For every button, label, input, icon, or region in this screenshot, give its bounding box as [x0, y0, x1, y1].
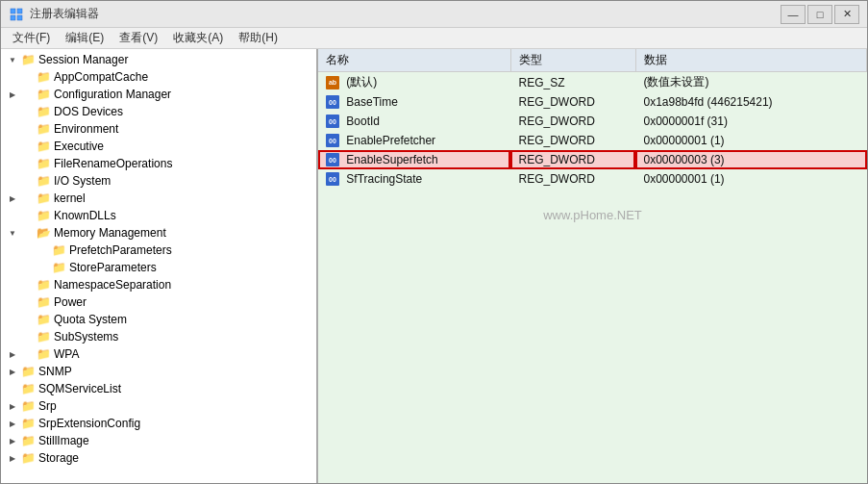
title-bar: 注册表编辑器 — □ ✕ [1, 1, 867, 28]
folder-icon: 📁 [51, 242, 66, 258]
tree-label-namespace: NamespaceSeparation [54, 278, 171, 292]
svg-rect-0 [11, 9, 15, 13]
app-icon [9, 7, 24, 22]
table-row[interactable]: ab (默认) REG_SZ (数值未设置) [318, 72, 867, 93]
tree-toggle-memory[interactable]: ▼ [5, 225, 20, 241]
col-data: 数据 [635, 49, 867, 72]
tree-item-storage[interactable]: ▶ 📁 Storage [1, 449, 316, 467]
folder-icon: 📁 [20, 433, 36, 448]
tree-label-srpextension: SrpExtensionConfig [38, 417, 140, 430]
tree-toggle-stillimage[interactable]: ▶ [5, 433, 20, 448]
tree-item-wpa[interactable]: ▶ 📁 WPA [1, 345, 316, 363]
minimize-button[interactable]: — [781, 5, 806, 24]
folder-icon: 📁 [36, 156, 51, 171]
reg-type: REG_DWORD [510, 112, 635, 131]
table-row-selected[interactable]: 00 EnableSuperfetch REG_DWORD 0x00000003… [318, 150, 867, 169]
tree-item-store-parameters[interactable]: ▶ 📁 StoreParameters [1, 259, 316, 276]
tree-item-power[interactable]: ▶ 📁 Power [1, 293, 316, 311]
tree-item-knowndlls[interactable]: ▶ 📁 KnownDLLs [1, 207, 316, 224]
folder-icon: 📁 [36, 329, 51, 344]
tree-label-srp: Srp [38, 399, 57, 413]
detail-panel[interactable]: 名称 类型 数据 ab (默认) REG_SZ (数值未设置) [318, 49, 867, 483]
tree-item-prefetch-params[interactable]: ▶ 📁 PrefetchParameters [1, 242, 316, 259]
registry-editor-window: 注册表编辑器 — □ ✕ 文件(F) 编辑(E) 查看(V) 收藏夹(A) 帮助… [0, 0, 868, 484]
tree-toggle-wpa[interactable]: ▶ [5, 346, 20, 362]
tree-label-power: Power [54, 295, 87, 309]
reg-name: SfTracingState [346, 172, 422, 186]
menu-help[interactable]: 帮助(H) [231, 28, 285, 48]
tree-label-storage: Storage [38, 451, 79, 465]
folder-icon: 📁 [36, 191, 51, 206]
reg-type: REG_DWORD [510, 131, 635, 150]
col-type: 类型 [510, 49, 635, 72]
tree-item-dos-devices[interactable]: ▶ 📁 DOS Devices [1, 103, 316, 120]
table-row[interactable]: 00 SfTracingState REG_DWORD 0x00000001 (… [318, 169, 867, 189]
tree-item-snmp[interactable]: ▶ 📁 SNMP [1, 363, 316, 380]
tree-toggle-config[interactable]: ▶ [5, 87, 20, 102]
reg-type: REG_DWORD [510, 150, 635, 169]
tree-item-filerename[interactable]: ▶ 📁 FileRenameOperations [1, 155, 316, 172]
reg-type: REG_SZ [510, 72, 635, 93]
folder-icon: 📁 [20, 381, 36, 396]
tree-item-srp[interactable]: ▶ 📁 Srp [1, 397, 316, 415]
tree-item-executive[interactable]: ▶ 📁 Executive [1, 138, 316, 155]
tree-item-appcompat-cache[interactable]: ▶ 📁 AppCompatCache [1, 68, 316, 86]
table-row[interactable]: 00 EnablePrefetcher REG_DWORD 0x00000001… [318, 131, 867, 150]
folder-open-icon: 📂 [36, 225, 51, 241]
tree-label-session-manager: Session Manager [38, 53, 128, 66]
tree-item-subsystems[interactable]: ▶ 📁 SubSystems [1, 328, 316, 345]
tree-toggle-kernel[interactable]: ▶ [5, 191, 20, 206]
tree-item-config-manager[interactable]: ▶ 📁 Configuration Manager [1, 86, 316, 103]
tree-item-quota-system[interactable]: ▶ 📁 Quota System [1, 311, 316, 328]
col-name: 名称 [318, 49, 510, 72]
tree-label-store-params: StoreParameters [69, 261, 157, 274]
watermark-text: www.pHome.NET [318, 189, 867, 242]
tree-label-dos-devices: DOS Devices [54, 105, 123, 118]
menu-favorites[interactable]: 收藏夹(A) [165, 28, 231, 48]
reg-data: 0x00000001 (1) [635, 131, 867, 150]
tree-item-namespace-separation[interactable]: ▶ 📁 NamespaceSeparation [1, 276, 316, 293]
folder-icon: 📁 [36, 87, 51, 102]
reg-data: 0x1a98b4fd (446215421) [635, 92, 867, 112]
tree-panel[interactable]: ▼ 📁 Session Manager ▶ 📁 AppCompatCache ▶… [1, 49, 318, 483]
registry-table: 名称 类型 数据 ab (默认) REG_SZ (数值未设置) [318, 49, 867, 189]
menu-edit[interactable]: 编辑(E) [58, 28, 112, 48]
menu-file[interactable]: 文件(F) [5, 28, 58, 48]
folder-icon: 📁 [36, 121, 51, 137]
tree-item-stillimage[interactable]: ▶ 📁 StillImage [1, 432, 316, 449]
tree-label-subsystems: SubSystems [54, 330, 118, 344]
reg-data: 0x00000001 (1) [635, 169, 867, 189]
tree-item-io-system[interactable]: ▶ 📁 I/O System [1, 172, 316, 190]
tree-label-quota: Quota System [54, 313, 127, 326]
reg-name: EnableSuperfetch [346, 153, 437, 166]
tree-toggle-session-manager[interactable]: ▼ [5, 52, 20, 67]
tree-item-environment[interactable]: ▶ 📁 Environment [1, 120, 316, 138]
reg-name: (默认) [346, 75, 377, 89]
svg-rect-1 [17, 9, 22, 13]
menu-view[interactable]: 查看(V) [112, 28, 165, 48]
tree-label-config-manager: Configuration Manager [54, 88, 171, 101]
tree-label-wpa: WPA [54, 347, 79, 361]
tree-label-stillimage: StillImage [38, 434, 89, 447]
tree-toggle-srp[interactable]: ▶ [5, 398, 20, 414]
folder-icon: 📁 [36, 139, 51, 154]
tree-toggle-storage[interactable]: ▶ [5, 450, 20, 466]
reg-name: BaseTime [346, 95, 398, 109]
folder-icon: 📁 [36, 173, 51, 189]
close-button[interactable]: ✕ [834, 5, 859, 24]
reg-type: REG_DWORD [510, 92, 635, 112]
maximize-button[interactable]: □ [807, 5, 832, 24]
tree-toggle-srpextension[interactable]: ▶ [5, 416, 20, 431]
table-row[interactable]: 00 BootId REG_DWORD 0x0000001f (31) [318, 112, 867, 131]
folder-icon: 📁 [36, 104, 51, 119]
tree-item-srpextensionconfig[interactable]: ▶ 📁 SrpExtensionConfig [1, 415, 316, 432]
folder-icon: 📁 [51, 260, 66, 275]
window-controls: — □ ✕ [781, 5, 859, 24]
tree-item-sqmservicelist[interactable]: ▶ 📁 SQMServiceList [1, 380, 316, 397]
tree-item-memory-management[interactable]: ▼ 📂 Memory Management [1, 224, 316, 242]
tree-toggle-snmp[interactable]: ▶ [5, 364, 20, 379]
svg-rect-3 [17, 15, 22, 20]
tree-item-kernel[interactable]: ▶ 📁 kernel [1, 190, 316, 207]
table-row[interactable]: 00 BaseTime REG_DWORD 0x1a98b4fd (446215… [318, 92, 867, 112]
tree-item-session-manager[interactable]: ▼ 📁 Session Manager [1, 51, 316, 68]
